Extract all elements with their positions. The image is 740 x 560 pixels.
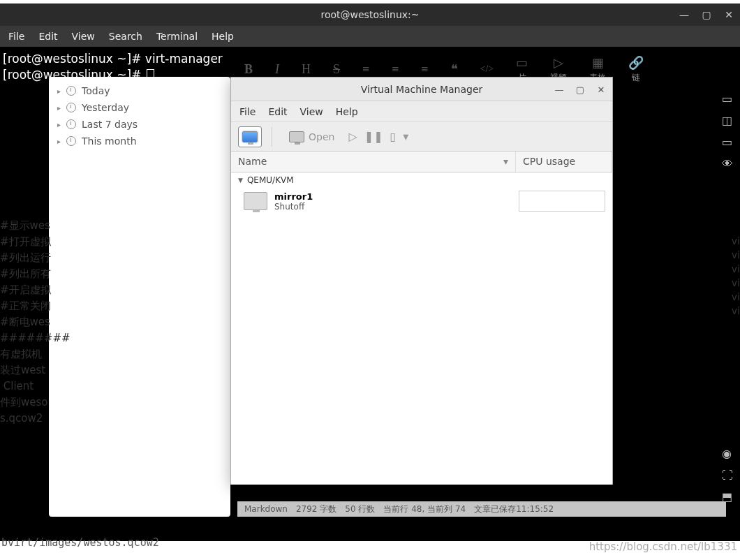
column-cpu[interactable]: CPU usage: [516, 152, 612, 172]
menu-view[interactable]: View: [300, 106, 323, 117]
vmm-window: Virtual Machine Manager — ▢ ✕ File Edit …: [230, 77, 613, 485]
clock-icon: [66, 86, 76, 96]
vm-cpu-graph: [519, 191, 605, 212]
new-vm-button[interactable]: [238, 126, 262, 147]
bg-popup: ▸Today ▸Yesterday ▸Last 7 days ▸This mon…: [49, 77, 230, 517]
vmm-body: ▼ QEMU/KVM mirror1 Shutoff: [231, 172, 612, 485]
bg-side-item: ▸Yesterday: [49, 99, 230, 116]
vmm-columns: Name CPU usage: [231, 152, 612, 172]
vm-state: Shutoff: [274, 202, 512, 212]
vm-row[interactable]: mirror1 Shutoff: [231, 188, 612, 214]
menu-edit[interactable]: Edit: [38, 31, 57, 42]
maximize-icon[interactable]: ▢: [573, 84, 587, 95]
vmm-titlebar: Virtual Machine Manager — ▢ ✕: [231, 78, 612, 101]
bg-float-buttons: ◉⛶⬒: [722, 447, 733, 503]
vmm-title: Virtual Machine Manager: [361, 84, 483, 95]
vmm-toolbar: Open ▷ ❚❚ ▯ ▾: [231, 122, 612, 152]
bg-side-item: ▸This month: [49, 133, 230, 149]
menu-help[interactable]: Help: [212, 31, 234, 42]
vmm-menubar: File Edit View Help: [231, 101, 612, 122]
open-button[interactable]: Open: [282, 128, 341, 145]
monitor-icon: [289, 131, 304, 142]
column-name[interactable]: Name: [231, 152, 516, 172]
terminal-titlebar: root@westoslinux:~ — ▢ ✕: [0, 3, 740, 26]
menu-file[interactable]: File: [239, 106, 256, 117]
play-icon[interactable]: ▷: [348, 130, 357, 143]
bg-right-list: vivivi vivivi: [732, 234, 740, 318]
clock-icon: [66, 103, 76, 112]
bg-statusbar: Markdown 2792 字数 50 行数 当前行 48, 当前列 74 文章…: [237, 501, 726, 517]
dropdown-icon[interactable]: ▾: [403, 130, 408, 143]
close-icon[interactable]: ✕: [594, 84, 608, 95]
menu-edit[interactable]: Edit: [268, 106, 287, 117]
monitor-icon: [242, 131, 258, 142]
connection-group[interactable]: ▼ QEMU/KVM: [231, 172, 612, 188]
bg-heading: 5.虚: [708, 209, 740, 230]
triangle-down-icon: ▼: [238, 177, 243, 184]
menu-help[interactable]: Help: [336, 106, 358, 117]
maximize-icon[interactable]: ▢: [700, 9, 713, 20]
menu-file[interactable]: File: [8, 31, 24, 42]
menu-view[interactable]: View: [72, 31, 95, 42]
separator: [272, 127, 272, 147]
menu-search[interactable]: Search: [109, 31, 142, 42]
clock-icon: [66, 136, 76, 146]
menu-terminal[interactable]: Terminal: [156, 31, 198, 42]
bg-side-item: ▸Last 7 days: [49, 116, 230, 133]
terminal-title: root@westoslinux:~: [320, 9, 419, 20]
bg-side-item: ▸Today: [49, 82, 230, 99]
bg-notes: #显示wes#打开虚拟#列出运行 #列出所有#开启虚拟#正常关闭 #断电wes#…: [0, 218, 71, 427]
bg-bottom-path: bvirt/images/westos.qcow2: [1, 536, 159, 549]
minimize-icon[interactable]: —: [552, 84, 566, 95]
vm-name: mirror1: [274, 191, 512, 202]
shutdown-icon[interactable]: ▯: [390, 130, 397, 143]
clock-icon: [66, 119, 76, 129]
bg-view-buttons: ▭◫▭👁: [722, 92, 733, 170]
pause-icon[interactable]: ❚❚: [364, 130, 383, 143]
close-icon[interactable]: ✕: [722, 9, 736, 20]
terminal-menubar: File Edit View Search Terminal Help: [0, 26, 740, 47]
minimize-icon[interactable]: —: [677, 9, 691, 20]
watermark: https://blog.csdn.net/lb1331: [589, 540, 737, 553]
vm-thumbnail-icon: [244, 192, 267, 210]
